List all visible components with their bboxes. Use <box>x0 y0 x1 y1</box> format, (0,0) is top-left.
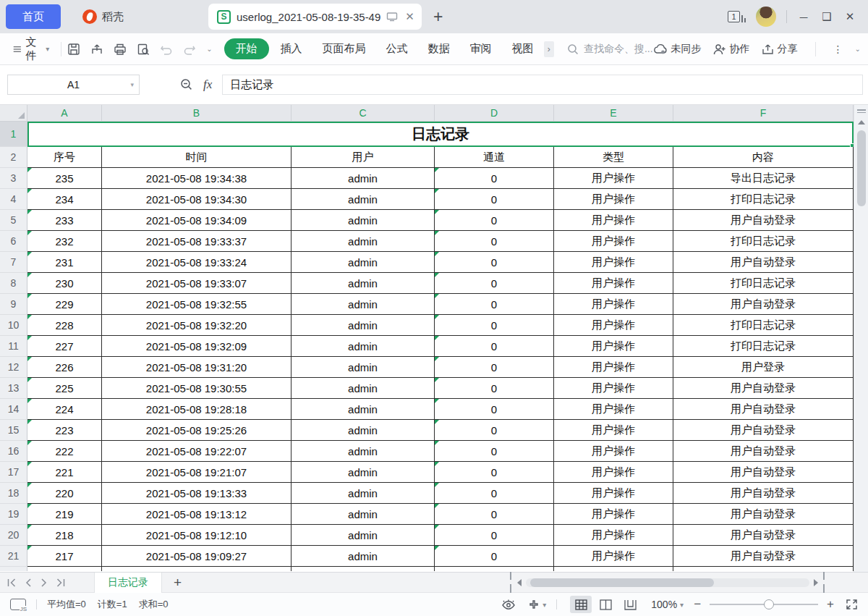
vertical-scrollbar[interactable] <box>854 105 868 572</box>
table-cell[interactable]: 219 <box>27 504 102 525</box>
row-header[interactable]: 20 <box>0 525 27 546</box>
table-cell[interactable]: admin <box>292 273 435 294</box>
h-scroll-track[interactable] <box>526 578 809 587</box>
zoom-in-button[interactable]: + <box>827 597 834 612</box>
ribbon-tab-6[interactable]: 审阅 <box>461 38 501 59</box>
table-cell[interactable]: 230 <box>27 273 102 294</box>
table-cell[interactable]: 用户操作 <box>554 315 673 336</box>
table-cell[interactable]: 用户操作 <box>554 189 673 210</box>
table-cell[interactable]: 2021-05-08 19:33:07 <box>102 273 292 294</box>
table-cell[interactable]: 2021-05-08 19:25:26 <box>102 420 292 441</box>
table-cell[interactable]: 2021-05-08 19:34:30 <box>102 189 292 210</box>
table-cell[interactable]: 0 <box>435 168 554 189</box>
table-cell[interactable]: 223 <box>27 420 102 441</box>
zoom-out-button[interactable]: − <box>694 597 701 612</box>
table-cell[interactable]: 2021-05-08 19:32:09 <box>102 336 292 357</box>
table-cell[interactable]: 打印日志记录 <box>673 189 854 210</box>
row-header[interactable]: 16 <box>0 441 27 462</box>
table-cell[interactable]: 0 <box>435 504 554 525</box>
zoom-level[interactable]: 100% ▾ <box>651 599 684 610</box>
table-cell[interactable]: 218 <box>27 525 102 546</box>
table-cell[interactable]: 2021-05-08 19:13:33 <box>102 483 292 504</box>
table-cell[interactable]: 0 <box>435 441 554 462</box>
row-header[interactable]: 3 <box>0 168 27 189</box>
row-header[interactable]: 17 <box>0 462 27 483</box>
row-header[interactable]: 4 <box>0 189 27 210</box>
table-cell[interactable]: 221 <box>27 462 102 483</box>
row-header[interactable]: 13 <box>0 378 27 399</box>
table-cell[interactable]: 2021-05-08 19:31:20 <box>102 357 292 378</box>
row-header[interactable]: 12 <box>0 357 27 378</box>
table-cell[interactable]: 用户自动登录 <box>673 483 854 504</box>
table-cell[interactable]: 用户操作 <box>554 231 673 252</box>
split-handle[interactable] <box>857 108 866 114</box>
table-cell[interactable]: 231 <box>27 252 102 273</box>
table-cell[interactable]: 228 <box>27 315 102 336</box>
fullscreen-icon[interactable] <box>846 599 858 610</box>
table-cell[interactable]: 打印日志记录 <box>673 273 854 294</box>
table-cell[interactable]: 2021-05-08 19:21:07 <box>102 462 292 483</box>
h-split-handle[interactable] <box>509 570 513 596</box>
table-cell[interactable]: 0 <box>435 483 554 504</box>
table-cell[interactable]: 0 <box>435 357 554 378</box>
table-cell[interactable]: 用户自动登录 <box>673 210 854 231</box>
table-cell[interactable]: 用户 <box>292 147 435 168</box>
table-cell[interactable]: 0 <box>435 546 554 567</box>
table-cell[interactable]: 2021-05-08 19:13:12 <box>102 504 292 525</box>
export-icon[interactable] <box>90 43 103 56</box>
row-header[interactable]: 5 <box>0 210 27 231</box>
table-cell[interactable]: 2021-05-08 19:34:38 <box>102 168 292 189</box>
table-cell[interactable]: 用户操作 <box>554 525 673 546</box>
table-cell[interactable]: 用户操作 <box>554 273 673 294</box>
ribbon-tab-1[interactable]: 开始 <box>224 38 269 59</box>
table-cell[interactable]: 0 <box>435 336 554 357</box>
table-cell[interactable]: 类型 <box>554 147 673 168</box>
column-header-D[interactable]: D <box>435 105 554 122</box>
column-header-F[interactable]: F <box>673 105 854 122</box>
zoom-slider[interactable] <box>710 604 818 605</box>
table-cell[interactable]: 用户操作 <box>554 336 673 357</box>
table-cell[interactable]: 2021-05-08 19:12:10 <box>102 525 292 546</box>
table-cell[interactable]: admin <box>292 462 435 483</box>
table-cell[interactable]: 用户操作 <box>554 357 673 378</box>
column-header-E[interactable]: E <box>554 105 673 122</box>
table-cell[interactable]: 序号 <box>27 147 102 168</box>
maximize-button[interactable]: ❑ <box>820 10 833 23</box>
reading-mode-icon[interactable] <box>501 599 516 610</box>
row-header[interactable]: 2 <box>0 147 27 168</box>
column-header-C[interactable]: C <box>292 105 435 122</box>
table-cell[interactable]: 用户操作 <box>554 546 673 567</box>
redo-icon[interactable] <box>183 43 196 55</box>
close-tab-icon[interactable]: ✕ <box>405 10 414 23</box>
table-cell[interactable]: 0 <box>435 378 554 399</box>
table-cell[interactable]: 2021-05-08 19:09:27 <box>102 546 292 567</box>
customize-toolbar-icon[interactable]: ⌄ <box>206 45 212 53</box>
table-cell[interactable]: 用户操作 <box>554 294 673 315</box>
table-cell[interactable]: 打印日志记录 <box>673 336 854 357</box>
table-cell[interactable]: admin <box>292 525 435 546</box>
user-avatar[interactable] <box>756 7 776 27</box>
row-header[interactable]: 21 <box>0 546 27 567</box>
scroll-left-icon[interactable] <box>517 579 522 586</box>
table-cell[interactable]: 2021-05-08 19:32:20 <box>102 315 292 336</box>
table-cell[interactable]: 0 <box>435 273 554 294</box>
formula-input[interactable]: 日志记录 <box>222 75 863 95</box>
table-cell[interactable]: 234 <box>27 189 102 210</box>
add-sheet-button[interactable]: + <box>174 575 182 591</box>
new-tab-button[interactable]: + <box>433 7 443 27</box>
js-macro-icon[interactable]: JS <box>10 599 26 610</box>
row-header[interactable]: 11 <box>0 336 27 357</box>
table-cell[interactable]: 用户自动登录 <box>673 504 854 525</box>
table-cell[interactable]: 用户自动登录 <box>673 462 854 483</box>
ribbon-tab-5[interactable]: 数据 <box>420 38 459 59</box>
sync-status[interactable]: 未同步 <box>653 43 702 56</box>
ribbon-tab-4[interactable]: 公式 <box>378 38 417 59</box>
selected-merged-cell-a1[interactable]: 日志记录 <box>27 122 854 147</box>
table-cell[interactable]: admin <box>292 315 435 336</box>
name-box[interactable]: A1 ▾ <box>7 75 140 95</box>
table-cell[interactable]: 用户自动登录 <box>673 378 854 399</box>
share-button[interactable]: 分享 <box>762 43 798 56</box>
row-header[interactable]: 9 <box>0 294 27 315</box>
table-cell[interactable]: 220 <box>27 483 102 504</box>
table-cell[interactable]: 打印日志记录 <box>673 315 854 336</box>
